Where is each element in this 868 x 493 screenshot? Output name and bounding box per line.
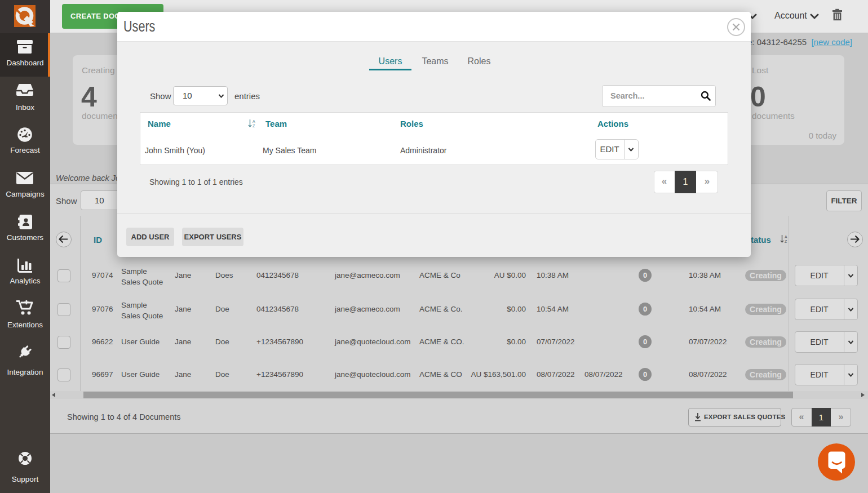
svg-text:A: A xyxy=(253,119,255,123)
svg-text:Z: Z xyxy=(253,124,255,128)
